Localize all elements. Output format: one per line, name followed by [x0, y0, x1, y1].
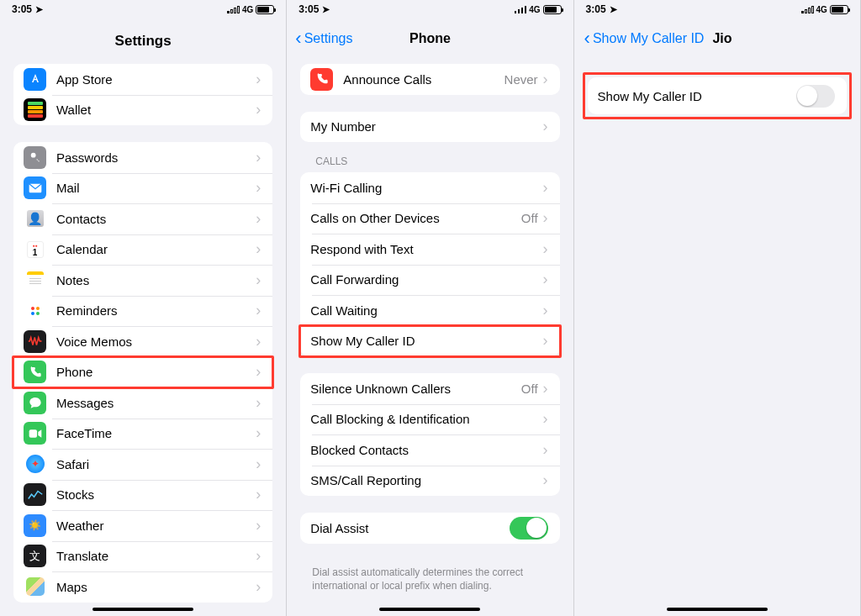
chevron-right-icon: ›: [256, 302, 261, 319]
back-button[interactable]: ‹ Show My Caller ID: [584, 29, 705, 48]
row-label: Voice Memos: [56, 334, 256, 349]
phone-settings-pane: 3:05➤ 4G ‹ Settings Phone Announce Calls…: [287, 0, 573, 616]
row-label: Mail: [56, 181, 256, 195]
row-show-my-caller-id[interactable]: Show My Caller ID›: [300, 326, 559, 357]
row-facetime[interactable]: FaceTime›: [13, 419, 272, 450]
calls-group: Wi-Fi Calling›Calls on Other DevicesOff›…: [300, 172, 559, 356]
settings-pane: 3:05 ➤ 4G Settings App Store›Wallet› Pas…: [0, 0, 287, 616]
row-call-forwarding[interactable]: Call Forwarding›: [300, 265, 559, 296]
weather-icon: ☀️: [24, 514, 46, 537]
chevron-right-icon: ›: [543, 380, 548, 398]
row-silence-unknown[interactable]: Silence Unknown CallersOff›: [300, 373, 559, 404]
row-label: FaceTime: [56, 426, 256, 440]
chevron-right-icon: ›: [256, 240, 261, 258]
row-label: Call Waiting: [310, 303, 542, 318]
signal-icon: [515, 5, 527, 13]
contacts-icon: 👤: [24, 208, 46, 230]
voice-memos-icon: [24, 330, 46, 353]
row-announce-calls[interactable]: Announce Calls Never ›: [300, 64, 559, 95]
row-call-blocking[interactable]: Call Blocking & Identification›: [300, 404, 559, 435]
row-phone[interactable]: Phone›: [13, 357, 272, 388]
notes-icon: [24, 269, 46, 292]
signal-icon: [227, 5, 240, 13]
nav-header: ‹ Show My Caller ID Jio: [574, 18, 860, 59]
chevron-right-icon: ›: [256, 271, 261, 289]
settings-group-store: App Store›Wallet›: [13, 64, 272, 125]
calendar-icon: ●●1: [24, 238, 46, 261]
row-messages[interactable]: Messages›: [13, 387, 272, 419]
app-store-icon: [24, 68, 46, 91]
row-reminders[interactable]: Reminders›: [13, 296, 272, 327]
row-safari[interactable]: ✦Safari›: [13, 449, 272, 480]
row-wallet[interactable]: Wallet›: [13, 95, 272, 126]
row-sms-call-reporting[interactable]: SMS/Call Reporting›: [300, 466, 559, 497]
chevron-left-icon: ‹: [295, 29, 301, 48]
calls-header: CALLS: [300, 155, 559, 172]
battery-icon: [256, 5, 274, 14]
nav-header: ‹ Settings Phone: [287, 18, 573, 59]
row-passwords[interactable]: Passwords›: [13, 142, 272, 173]
row-stocks[interactable]: Stocks›: [13, 480, 272, 511]
page-title: Jio: [712, 31, 732, 46]
chevron-right-icon: ›: [256, 333, 261, 350]
row-respond-with-text[interactable]: Respond with Text›: [300, 234, 559, 265]
row-label: Reminders: [56, 303, 256, 318]
chevron-right-icon: ›: [256, 71, 261, 88]
chevron-right-icon: ›: [256, 210, 261, 228]
row-calls-other-devices[interactable]: Calls on Other DevicesOff›: [300, 203, 559, 234]
row-call-waiting[interactable]: Call Waiting›: [300, 295, 559, 326]
row-label: Calls on Other Devices: [310, 211, 521, 225]
row-wifi-calling[interactable]: Wi-Fi Calling›: [300, 172, 559, 203]
home-indicator[interactable]: [92, 608, 193, 611]
row-label: Safari: [56, 457, 256, 471]
row-maps[interactable]: Maps›: [13, 571, 272, 603]
row-label: Calendar: [56, 242, 256, 256]
chevron-right-icon: ›: [543, 209, 548, 227]
home-indicator[interactable]: [667, 608, 768, 611]
row-show-caller-id[interactable]: Show My Caller ID: [588, 77, 847, 114]
row-notes[interactable]: Notes›: [13, 265, 272, 296]
row-app-store[interactable]: App Store›: [13, 64, 272, 95]
chevron-right-icon: ›: [256, 179, 261, 197]
row-contacts[interactable]: 👤Contacts›: [13, 203, 272, 234]
status-time: 3:05 ➤: [12, 3, 43, 15]
network-label: 4G: [242, 5, 253, 14]
page-title: Phone: [409, 31, 451, 46]
messages-icon: [24, 392, 46, 414]
back-button[interactable]: ‹ Settings: [295, 29, 352, 48]
row-label: Respond with Text: [310, 242, 542, 256]
row-dial-assist[interactable]: Dial Assist: [300, 513, 559, 544]
row-label: Notes: [56, 273, 256, 287]
row-label: Contacts: [56, 212, 256, 226]
caller-id-pane: 3:05➤ 4G ‹ Show My Caller ID Jio Show My…: [574, 0, 861, 616]
home-indicator[interactable]: [379, 608, 480, 611]
row-blocked-contacts[interactable]: Blocked Contacts›: [300, 434, 559, 466]
row-mail[interactable]: Mail›: [13, 173, 272, 204]
dial-assist-toggle[interactable]: [510, 517, 548, 540]
row-voice-memos[interactable]: Voice Memos›: [13, 326, 272, 357]
dial-assist-group: Dial Assist: [300, 513, 559, 544]
row-label: Messages: [56, 396, 256, 410]
reminders-icon: [24, 299, 46, 322]
translate-icon: 文: [24, 545, 46, 567]
row-translate[interactable]: 文Translate›: [13, 541, 272, 572]
maps-icon: [24, 576, 46, 598]
wallet-icon: [24, 98, 46, 121]
row-detail: Off: [521, 382, 538, 396]
row-calendar[interactable]: ●●1Calendar›: [13, 234, 272, 266]
row-label: Wi-Fi Calling: [310, 181, 542, 195]
caller-id-group: Show My Caller ID: [588, 77, 847, 114]
row-my-number[interactable]: My Number ›: [300, 112, 559, 143]
row-weather[interactable]: ☀️Weather›: [13, 510, 272, 541]
row-label: Silence Unknown Callers: [310, 382, 521, 396]
row-label: SMS/Call Reporting: [310, 473, 542, 487]
caller-id-toggle[interactable]: [796, 85, 835, 108]
chevron-right-icon: ›: [543, 410, 548, 428]
chevron-right-icon: ›: [256, 578, 261, 596]
safari-icon: ✦: [24, 453, 46, 476]
phone-icon: [24, 361, 46, 383]
row-label: Call Blocking & Identification: [310, 412, 542, 426]
chevron-right-icon: ›: [256, 517, 261, 534]
status-right: 4G: [227, 5, 274, 14]
chevron-right-icon: ›: [543, 71, 548, 88]
